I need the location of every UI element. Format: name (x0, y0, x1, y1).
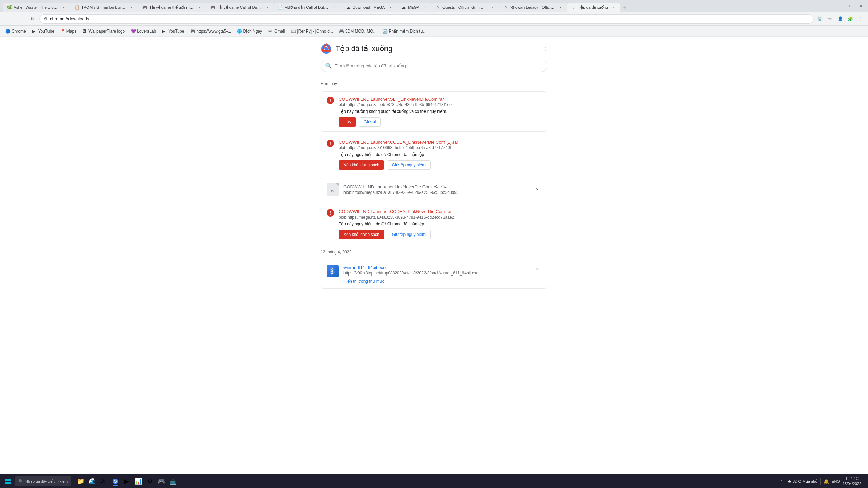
tab-7-favicon: ☁ (401, 5, 406, 10)
taskbar-settings[interactable]: ⚙ (144, 476, 155, 487)
app9-icon: 📺 (169, 477, 177, 485)
taskbar-clock[interactable]: 12:42 CH 15/04/2022 (843, 476, 861, 487)
bookmark-maps-favicon: 📍 (60, 29, 65, 34)
tab-downloads[interactable]: ↓ Tệp đã tải xuống × (567, 3, 620, 12)
tab-6[interactable]: ☁ Download - MEGA × (342, 3, 397, 12)
tab-9-close[interactable]: × (558, 5, 563, 10)
bookmark-loverslab[interactable]: 💜 LoversLab (128, 27, 159, 35)
tab-8[interactable]: ⚔ Quests - Official Grim Dawn W... × (432, 3, 499, 12)
bookmark-dich-ngay[interactable]: 🌐 Dịch Ngay (234, 27, 265, 35)
bookmark-youtube-1[interactable]: ▶ YouTube (29, 27, 57, 35)
download-winrar-filename[interactable]: winrar_611_64bit.exe (343, 265, 529, 270)
tab-2-close[interactable]: × (129, 5, 134, 10)
taskbar-edge[interactable]: 🌊 (87, 476, 98, 487)
tab-4-close[interactable]: × (264, 5, 270, 10)
bookmark-3dm-favicon: 🎮 (339, 29, 344, 34)
minimize-button[interactable]: ─ (836, 2, 845, 11)
bookmark-youtube1-label: YouTube (38, 29, 54, 34)
download-winrar-show-folder-link[interactable]: Hiển thị trong thư mục (343, 279, 384, 284)
taskbar-task-manager[interactable]: 📊 (133, 476, 144, 487)
app8-icon: 🎮 (158, 477, 165, 485)
taskbar-file-explorer[interactable]: 📁 (75, 476, 86, 487)
more-button[interactable]: ⋮ (856, 14, 865, 24)
taskbar-chevron-icon[interactable]: ^ (780, 479, 782, 483)
bookmark-gmail-favicon: ✉ (268, 29, 273, 34)
tab-7[interactable]: ☁ MEGA × (397, 3, 432, 12)
taskbar-weather[interactable]: 🌧 32°C Mưa nhỏ (788, 479, 817, 484)
taskbar-keyboard-layout[interactable]: ENG (832, 479, 840, 483)
taskbar-chrome[interactable] (110, 476, 121, 487)
tab-1-title: Ashen Waste - The Blood Gro... (14, 5, 58, 9)
download-winrar-actions: Hiển thị trong thư mục (343, 279, 529, 284)
tab-3-close[interactable]: × (197, 5, 202, 10)
tab-5-close[interactable]: × (332, 5, 338, 10)
bookmark-gmail[interactable]: ✉ Gmail (265, 27, 288, 35)
cast-button[interactable]: 📡 (815, 14, 825, 24)
new-tab-button[interactable]: + (620, 3, 630, 12)
tab-6-close[interactable]: × (388, 5, 393, 10)
taskbar-search-box[interactable]: 🔍 Nhập tại đây để tìm kiếm (15, 476, 71, 486)
bookmark-youtube2-favicon: ▶ (162, 29, 167, 34)
bookmark-wallpaper[interactable]: 🖼 WallpaperFlare logo (80, 27, 127, 35)
address-bar[interactable]: ⚙ chrome://downloads (39, 14, 814, 24)
profile-button[interactable]: 👤 (835, 14, 845, 24)
maximize-button[interactable]: □ (846, 2, 855, 11)
bookmark-youtube-2[interactable]: ▶ YouTube (159, 27, 187, 35)
taskbar-sys-icons: ^ (780, 479, 782, 483)
taskbar-notification-icon[interactable]: 🔔 (823, 479, 829, 484)
download-winrar-dismiss-button[interactable]: × (533, 265, 541, 273)
taskbar-youtube[interactable]: ▶ (121, 476, 132, 487)
bookmark-maps[interactable]: 📍 Maps (58, 27, 79, 35)
bookmark-button[interactable]: ☆ (825, 14, 835, 24)
reload-button[interactable]: ↻ (27, 14, 38, 24)
download-2-keep-button[interactable]: Giữ tệp nguy hiểm (387, 160, 431, 170)
tab-3-favicon: 🎮 (142, 5, 147, 10)
tab-7-close[interactable]: × (422, 5, 428, 10)
bookmark-gta5[interactable]: 🎮 https://www.gta5-... (188, 27, 234, 35)
tab-1-close[interactable]: × (61, 5, 66, 10)
bookmark-renpy[interactable]: 📖 [RenPy] - [Onhoid... (288, 27, 335, 35)
download-item-4: ! CODWWII.LND.Launcher.CODEX_LinkNeverDi… (321, 204, 547, 244)
svg-rect-6 (331, 269, 332, 270)
tab-downloads-title: Tệp đã tải xuống (578, 5, 608, 10)
tab-downloads-close[interactable]: × (611, 5, 616, 10)
tab-9[interactable]: ⚔ Rhowari Legacy - Official Grim... × (499, 3, 567, 12)
download-3-url: blob:https://mega.nz/8a1a8746-9269-45d6-… (343, 190, 529, 195)
download-4-url: blob:https://mega.nz/a04a3238-3893-4781-… (339, 215, 541, 220)
tab-2[interactable]: 📋 TPOM's Grimaillon Build Com... × (71, 3, 138, 12)
tab-2-favicon: 📋 (75, 5, 79, 10)
download-1-error-icon: ! (327, 97, 334, 104)
download-4-keep-button[interactable]: Giữ tệp nguy hiểm (387, 230, 431, 239)
tab-4[interactable]: 🎮 Tải về game Call of Duty: WW... × (206, 3, 274, 12)
download-4-remove-button[interactable]: Xóa khỏi danh sách (339, 230, 384, 239)
tab-3[interactable]: 🎮 Tải về game thể giới mở mới... × (138, 3, 206, 12)
close-button[interactable]: × (856, 2, 865, 11)
download-1-cancel-button[interactable]: Hủy (339, 117, 356, 127)
taskbar-app-9[interactable]: 📺 (167, 476, 178, 487)
taskbar-store[interactable]: 🛍 (98, 476, 109, 487)
forward-button[interactable]: → (15, 14, 26, 24)
taskbar-start-button[interactable] (3, 476, 14, 487)
bookmark-3dm[interactable]: 🎮 3DM MOD, MO... (336, 27, 379, 35)
svg-rect-13 (5, 482, 8, 484)
back-button[interactable]: ← (3, 14, 14, 24)
svg-rect-4 (331, 268, 332, 269)
bookmark-phanmem[interactable]: 🔄 Phần mềm Dịch tự... (380, 27, 429, 35)
more-options-button[interactable]: ⋮ (543, 46, 547, 52)
download-4-filename[interactable]: CODWWII.LND.Launcher.CODEX_LinkNeverDie.… (339, 209, 541, 214)
bookmark-dichngay-label: Dịch Ngay (243, 29, 262, 34)
tab-1[interactable]: 🌿 Ashen Waste - The Blood Gro... × (3, 3, 71, 12)
download-3-dismiss-button[interactable]: × (533, 185, 541, 194)
taskbar-show-desktop[interactable] (864, 476, 865, 487)
tab-8-close[interactable]: × (490, 5, 495, 10)
download-1-keep-button[interactable]: Giữ lại (359, 117, 381, 127)
bookmark-chrome[interactable]: 🔵 Chrome (3, 27, 29, 35)
download-2-remove-button[interactable]: Xóa khỏi danh sách (339, 160, 384, 170)
download-1-filename[interactable]: CODWWII.LND.Launcher.SLF_LinkNeverDie.Co… (339, 97, 541, 102)
search-input[interactable] (335, 63, 543, 68)
extensions-button[interactable]: 🧩 (846, 14, 855, 24)
download-2-filename[interactable]: CODWWII.LND.Launcher.CODEX_LinkNeverDie.… (339, 140, 541, 145)
taskbar-app-8[interactable]: 🎮 (156, 476, 167, 487)
tab-5[interactable]: 📄 Hướng dẫn Call of Duty: WW... × (274, 3, 342, 12)
file-explorer-icon: 📁 (77, 477, 84, 485)
